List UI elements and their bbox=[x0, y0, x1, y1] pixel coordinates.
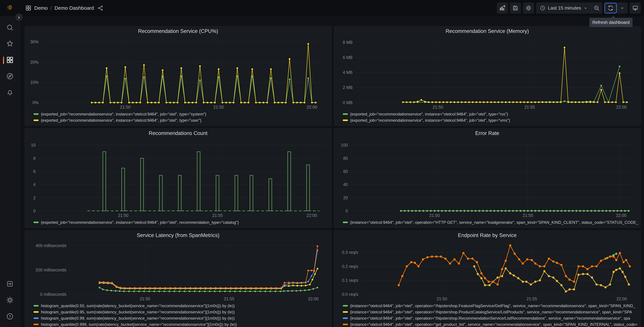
sidebar-item-sign-in[interactable] bbox=[0, 279, 20, 290]
panel-recommendation-cpu: Recommendation Service (CPU%) 0%10%20%30… bbox=[25, 26, 332, 126]
sidebar-item-explore[interactable] bbox=[0, 71, 20, 82]
svg-text:0 milliseconds: 0 milliseconds bbox=[40, 292, 66, 296]
add-panel-icon bbox=[499, 5, 506, 12]
memory-time-series-plot[interactable]: 0 MB2 MB4 MB6 MB8 MB21:5021:5522:00 bbox=[336, 35, 638, 110]
save-dashboard-button[interactable] bbox=[510, 3, 521, 14]
svg-text:0%: 0% bbox=[32, 100, 38, 105]
legend-label: histogram_quantile(0.95, sum(rate(latenc… bbox=[41, 310, 235, 314]
gear-icon bbox=[525, 5, 532, 11]
svg-text:0.3 req/s: 0.3 req/s bbox=[342, 250, 358, 255]
legend-item[interactable]: histogram_quantile(0.99, sum(rate(latenc… bbox=[34, 315, 329, 321]
save-icon bbox=[512, 5, 518, 11]
panel-title[interactable]: Recommendation Service (CPU%) bbox=[27, 28, 329, 35]
svg-text:6: 6 bbox=[33, 169, 36, 174]
panel-title[interactable]: Service Latency (from SpanMetrics) bbox=[27, 232, 329, 239]
legend-item[interactable]: histogram_quantile(0.50, sum(rate(latenc… bbox=[34, 303, 329, 309]
refresh-interval-dropdown[interactable] bbox=[617, 3, 628, 14]
legend-item[interactable]: {instance="otelcol:9464", job="otel", op… bbox=[343, 303, 638, 309]
panel-title[interactable]: Recommendation Service (Memory) bbox=[336, 28, 638, 35]
share-icon[interactable] bbox=[97, 5, 104, 11]
refresh-tooltip: Refresh dashboard bbox=[590, 18, 632, 27]
series-color-chip bbox=[343, 305, 348, 306]
svg-text:6 MB: 6 MB bbox=[343, 55, 352, 60]
sidebar-expand-button[interactable]: › bbox=[14, 13, 24, 22]
breadcrumb-section[interactable]: Demo bbox=[34, 5, 48, 11]
time-range-picker[interactable]: Last 15 minutes bbox=[536, 3, 591, 14]
dashboard-settings-button[interactable] bbox=[523, 3, 534, 14]
series-color-chip bbox=[343, 113, 348, 115]
sidebar-item-search[interactable] bbox=[0, 22, 20, 33]
sidebar-item-dashboards[interactable] bbox=[0, 55, 20, 66]
svg-text:22:00: 22:00 bbox=[616, 296, 627, 301]
clock-icon bbox=[540, 5, 546, 11]
tooltip-text: Refresh dashboard bbox=[592, 20, 630, 25]
zoom-out-time-button[interactable] bbox=[591, 3, 602, 14]
legend-item[interactable]: {instance="otelcol:9464", job="otel", op… bbox=[343, 309, 638, 315]
legend-label: {exported_job="recommendationservice", i… bbox=[41, 118, 201, 123]
svg-text:21:50: 21:50 bbox=[432, 105, 443, 110]
svg-text:21:55: 21:55 bbox=[524, 105, 535, 110]
svg-text:2 MB: 2 MB bbox=[343, 85, 352, 90]
refresh-dashboard-button[interactable] bbox=[604, 3, 617, 14]
svg-text:80: 80 bbox=[343, 156, 348, 161]
latency-time-series-plot[interactable]: 0 milliseconds200 milliseconds400 millis… bbox=[27, 239, 329, 302]
svg-text:4 MB: 4 MB bbox=[343, 70, 352, 75]
dashboards-grid-icon bbox=[6, 56, 14, 64]
svg-text:21:55: 21:55 bbox=[526, 296, 537, 301]
legend-item[interactable]: {exported_job="recommendationservice", i… bbox=[34, 219, 329, 226]
svg-text:0.0 req/s: 0.0 req/s bbox=[342, 292, 358, 296]
compass-icon bbox=[6, 72, 14, 81]
svg-text:4: 4 bbox=[33, 182, 36, 187]
svg-text:21:55: 21:55 bbox=[212, 213, 223, 218]
legend-item[interactable]: {exported_job="recommendationservice", i… bbox=[34, 111, 329, 117]
legend-item[interactable]: {instance="otelcol:9464", job="otel", op… bbox=[343, 219, 638, 226]
legend-item[interactable]: {exported_job="recommendationservice", i… bbox=[343, 117, 638, 124]
apps-grid-icon bbox=[25, 5, 32, 11]
refresh-icon bbox=[608, 5, 614, 11]
svg-text:200 milliseconds: 200 milliseconds bbox=[36, 268, 66, 272]
breadcrumb-page[interactable]: Demo Dashboard bbox=[54, 5, 94, 11]
chevron-down-icon bbox=[620, 6, 624, 10]
svg-text:20: 20 bbox=[343, 196, 348, 200]
legend-item[interactable]: {exported_job="recommendationservice", i… bbox=[34, 117, 329, 124]
panel-title[interactable]: Error Rate bbox=[336, 130, 638, 137]
legend-item[interactable]: histogram_quantile(0.95, sum(rate(latenc… bbox=[34, 309, 329, 315]
panel-title[interactable]: Endpoint Rate by Service bbox=[336, 232, 638, 239]
endpoint-rate-time-series-plot[interactable]: 0.0 req/s0.1 req/s0.2 req/s0.3 req/s21:5… bbox=[336, 239, 638, 302]
svg-text:21:55: 21:55 bbox=[214, 105, 224, 110]
breadcrumb: Demo / Demo Dashboard bbox=[25, 5, 104, 11]
panel-title[interactable]: Recommendations Count bbox=[27, 130, 329, 137]
panel-endpoint-rate: Endpoint Rate by Service 0.0 req/s0.1 re… bbox=[334, 230, 641, 327]
sidebar-item-settings[interactable] bbox=[0, 295, 20, 306]
cpu-time-series-plot[interactable]: 0%10%20%30%21:5021:5522:00 bbox=[27, 35, 329, 110]
sidebar-item-alerting[interactable] bbox=[0, 87, 20, 98]
sidebar-item-help[interactable]: ? bbox=[0, 312, 20, 322]
series-color-chip bbox=[34, 305, 38, 306]
svg-text:21:50: 21:50 bbox=[118, 213, 128, 218]
help-icon: ? bbox=[6, 312, 14, 321]
kiosk-mode-button[interactable] bbox=[630, 3, 641, 14]
legend-label: {instance="otelcol:9464", job="otel", op… bbox=[350, 322, 638, 327]
legend-item[interactable]: {instance="otelcol:9464", job="otel", op… bbox=[343, 315, 638, 321]
legend-label: {exported_job="recommendationservice", i… bbox=[41, 220, 239, 225]
sidebar: ? bbox=[0, 0, 20, 327]
series-color-chip bbox=[343, 311, 348, 313]
monitor-icon bbox=[632, 5, 638, 11]
svg-text:2: 2 bbox=[33, 196, 36, 200]
svg-text:20%: 20% bbox=[30, 60, 38, 64]
count-bar-plot[interactable]: 024681021:5021:5522:00 bbox=[27, 137, 329, 219]
legend-item[interactable]: {instance="otelcol:9464", job="otel", op… bbox=[343, 321, 638, 327]
series-color-chip bbox=[34, 113, 38, 115]
breadcrumb-separator: / bbox=[50, 5, 52, 11]
svg-text:30%: 30% bbox=[30, 40, 38, 44]
sidebar-item-starred[interactable] bbox=[0, 38, 20, 49]
series-color-chip bbox=[343, 318, 348, 319]
legend-item[interactable]: {exported_job="recommendationservice", i… bbox=[343, 111, 638, 117]
svg-text:60: 60 bbox=[343, 169, 348, 174]
legend-item[interactable]: histogram_quantile(0.999, sum(rate(laten… bbox=[34, 321, 329, 327]
legend-label: {instance="otelcol:9464", job="otel", op… bbox=[350, 304, 635, 308]
svg-text:10%: 10% bbox=[30, 80, 38, 84]
error-rate-time-series-plot[interactable]: 02040608010021:5021:5522:00 bbox=[336, 137, 638, 219]
legend-label: {exported_job="recommendationservice", i… bbox=[350, 118, 510, 123]
add-panel-button[interactable] bbox=[497, 3, 508, 14]
